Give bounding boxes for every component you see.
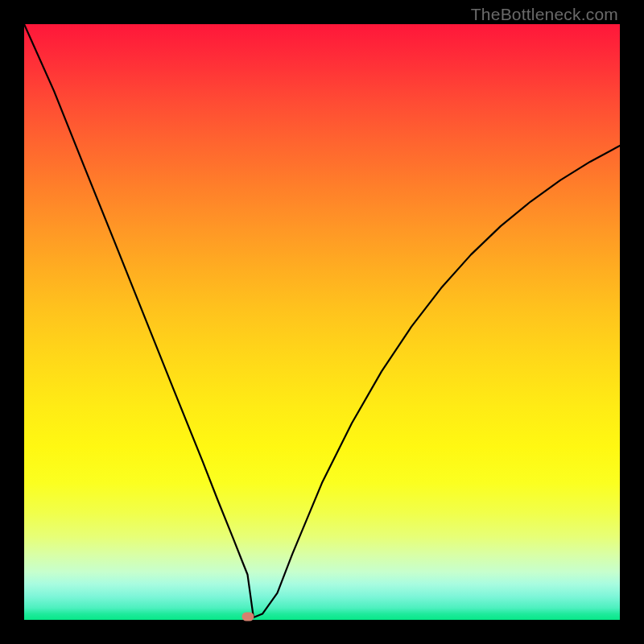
plot-area bbox=[24, 24, 620, 620]
watermark-text: TheBottleneck.com bbox=[471, 5, 618, 24]
optimal-point-marker bbox=[242, 612, 254, 621]
bottleneck-curve bbox=[24, 24, 620, 620]
chart-frame: TheBottleneck.com bbox=[0, 0, 644, 644]
